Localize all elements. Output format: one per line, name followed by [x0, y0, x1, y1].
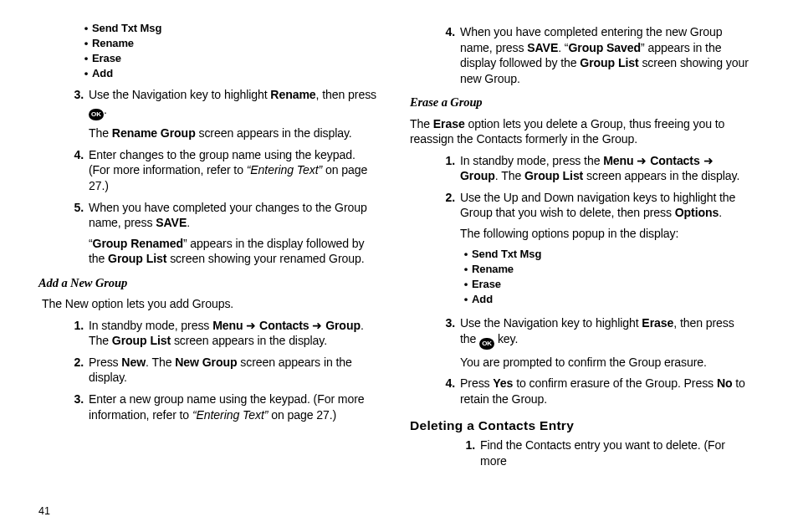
bold-term: Group List: [524, 169, 583, 182]
text: to confirm erasure of the Group. Press: [513, 376, 717, 390]
step-3: 3. Enter a new group name using the keyp…: [62, 391, 378, 422]
step-text: The Rename Group screen appears in the d…: [89, 125, 378, 141]
text: .: [719, 206, 722, 219]
bullet-label: Add: [472, 292, 493, 306]
step-4: 4. When you have completed entering the …: [433, 24, 749, 86]
bold-term: Menu: [603, 154, 633, 167]
bullet-dot-icon: •: [80, 21, 92, 35]
add-group-steps-continued: 4. When you have completed entering the …: [410, 24, 749, 86]
section-heading-deleting-contact: Deleting a Contacts Entry: [410, 417, 749, 434]
text: on page 27.): [268, 408, 336, 422]
lead-paragraph: The New option lets you add Groups.: [42, 296, 378, 312]
bold-term: Group: [460, 169, 495, 182]
bold-term: Menu: [212, 319, 243, 332]
text: . The: [495, 169, 524, 182]
bullet-item: •Add: [80, 66, 378, 80]
step-number: 3.: [62, 87, 89, 141]
text: .: [187, 216, 190, 229]
bold-term: Contacts: [650, 154, 700, 167]
bold-term: SAVE: [527, 41, 558, 54]
step-text: Press New. The New Group screen appears …: [89, 355, 378, 386]
bullet-dot-icon: •: [460, 262, 472, 276]
delete-contact-steps: 1. Find the Contacts entry you want to d…: [410, 437, 749, 468]
text: .: [104, 103, 107, 116]
left-column: •Send Txt Msg•Rename•Erase•Add 3. Use th…: [38, 18, 378, 495]
bullet-dot-icon: •: [80, 36, 92, 50]
text: The: [89, 126, 112, 140]
arrow-icon: ➜: [700, 154, 714, 167]
bullet-dot-icon: •: [460, 292, 472, 306]
cross-reference: “Entering Text”: [247, 163, 322, 176]
step-4: 4. Enter changes to the group name using…: [62, 147, 378, 194]
bullet-item: •Erase: [80, 51, 378, 65]
bold-term: Erase: [642, 316, 673, 330]
bullet-label: Send Txt Msg: [472, 247, 541, 261]
text: key.: [494, 332, 518, 345]
bullet-dot-icon: •: [460, 247, 472, 261]
arrow-icon: ➜: [309, 319, 326, 332]
step-text: Use the Navigation key to highlight Eras…: [460, 315, 749, 350]
bullet-item: •Send Txt Msg: [460, 247, 749, 261]
ok-key-icon: OK: [89, 109, 104, 120]
step-number: 4.: [433, 24, 460, 86]
text: screen appears in the display.: [171, 334, 327, 347]
step-3: 3. Use the Navigation key to highlight R…: [62, 87, 378, 141]
bold-term: New: [121, 356, 146, 369]
option-bullets: •Send Txt Msg•Rename•Erase•Add: [38, 21, 378, 81]
erase-group-steps: 1. In standby mode, press the Menu ➜ Con…: [410, 153, 749, 407]
bullet-label: Rename: [92, 36, 134, 50]
page: •Send Txt Msg•Rename•Erase•Add 3. Use th…: [0, 0, 798, 532]
bold-term: Group Saved: [568, 41, 641, 54]
bullet-dot-icon: •: [80, 66, 92, 80]
step-number: 3.: [433, 315, 460, 370]
page-number: 41: [38, 495, 749, 517]
bold-term: Group List: [580, 56, 638, 69]
step-4: 4. Press Yes to confirm erasure of the G…: [433, 376, 749, 407]
step-2: 2. Press New. The New Group screen appea…: [62, 355, 378, 386]
step-text: Enter changes to the group name using th…: [89, 147, 378, 194]
step-number: 2.: [62, 355, 89, 386]
text: In standby mode, press the: [460, 154, 603, 167]
text: Use the Navigation key to highlight: [89, 88, 270, 101]
arrow-icon: ➜: [634, 154, 651, 167]
bold-term: Rename Group: [112, 126, 196, 140]
text: Press: [460, 376, 493, 390]
bold-term: No: [717, 376, 733, 390]
step-number: 2.: [433, 190, 460, 309]
bold-term: Options: [675, 206, 719, 219]
text: Press: [89, 356, 121, 369]
text: . “: [558, 41, 568, 54]
text: The: [410, 117, 433, 130]
text: screen showing your renamed Group.: [166, 252, 364, 265]
bold-term: Yes: [493, 376, 513, 390]
text: In standby mode, press: [89, 319, 212, 332]
step-text: When you have completed entering the new…: [460, 24, 749, 86]
bullet-item: •Erase: [460, 277, 749, 291]
bullet-label: Send Txt Msg: [92, 21, 161, 35]
bold-term: New Group: [175, 356, 237, 369]
step-text: You are prompted to confirm the Group er…: [460, 355, 749, 371]
bullet-item: •Send Txt Msg: [80, 21, 378, 35]
cross-reference: “Entering Text”: [192, 408, 268, 422]
step-number: 3.: [62, 391, 89, 422]
bold-term: Group Renamed: [93, 237, 183, 250]
text: Use the Navigation key to highlight: [460, 316, 642, 330]
step-number: 1.: [453, 437, 480, 468]
bold-term: Contacts: [259, 319, 309, 332]
step-number: 5.: [62, 200, 89, 267]
step-5: 5. When you have completed your changes …: [62, 200, 378, 267]
lead-paragraph: The Erase option lets you delete a Group…: [410, 116, 749, 147]
ok-key-icon: OK: [479, 338, 494, 350]
rename-steps-continued: 3. Use the Navigation key to highlight R…: [38, 87, 378, 267]
step-text: “Group Renamed” appears in the display f…: [89, 236, 378, 267]
bullet-item: •Rename: [80, 36, 378, 50]
step-1: 1. In standby mode, press the Menu ➜ Con…: [433, 153, 749, 184]
step-3: 3. Use the Navigation key to highlight E…: [433, 315, 749, 370]
step-text: Find the Contacts entry you want to dele…: [480, 437, 749, 468]
two-column-layout: •Send Txt Msg•Rename•Erase•Add 3. Use th…: [38, 18, 749, 495]
subsection-heading-erase-group: Erase a Group: [410, 95, 749, 110]
right-column: 4. When you have completed entering the …: [410, 18, 749, 495]
option-bullets: •Send Txt Msg•Rename•Erase•Add: [460, 247, 749, 307]
bullet-item: •Add: [460, 292, 749, 306]
arrow-icon: ➜: [243, 319, 260, 332]
